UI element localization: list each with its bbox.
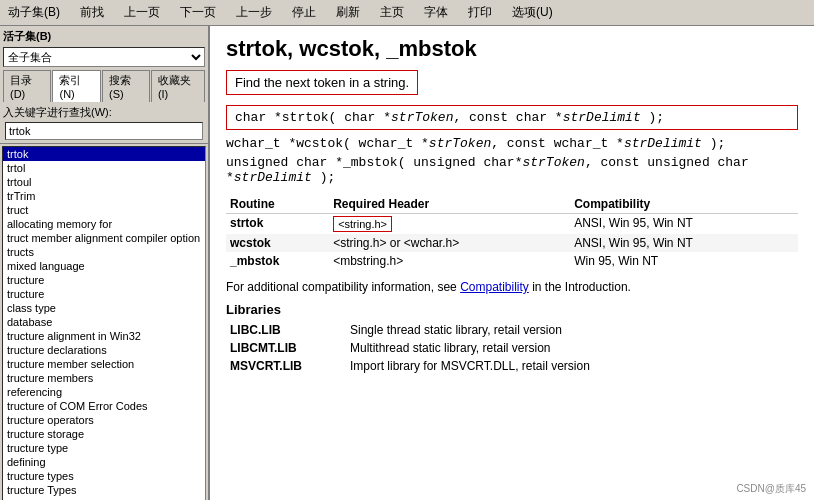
- list-item[interactable]: tructure: [3, 287, 205, 301]
- lib-desc: Single thread static library, retail ver…: [346, 321, 798, 339]
- list-item[interactable]: trtoul: [3, 175, 205, 189]
- list-item[interactable]: tructure operators: [3, 413, 205, 427]
- sig-line-1: char *strtok( char *strToken, const char…: [235, 110, 789, 125]
- right-panel: strtok, wcstok, _mbstok Find the next to…: [210, 26, 814, 500]
- table-cell-routine: strtok: [226, 214, 329, 235]
- col-compat: Compatibility: [570, 195, 798, 214]
- menu-prev-page[interactable]: 上一页: [120, 2, 164, 23]
- menu-stop[interactable]: 停止: [288, 2, 320, 23]
- list-item[interactable]: truct: [3, 203, 205, 217]
- libraries-table: LIBC.LIBSingle thread static library, re…: [226, 321, 798, 375]
- lib-desc: Multithread static library, retail versi…: [346, 339, 798, 357]
- list-item[interactable]: tructure types: [3, 469, 205, 483]
- lib-name: LIBC.LIB: [226, 321, 346, 339]
- lib-name: MSVCRT.LIB: [226, 357, 346, 375]
- left-panel-title: 活子集(B): [3, 29, 205, 44]
- sig-line-3-wrap: unsigned char *_mbstok( unsigned char*st…: [226, 155, 798, 185]
- menu-bar: 动子集(B) 前找 上一页 下一页 上一步 停止 刷新 主页 字体 打印 选项(…: [0, 0, 814, 26]
- list-item[interactable]: tructure member selection: [3, 357, 205, 371]
- menu-find[interactable]: 前找: [76, 2, 108, 23]
- menu-print[interactable]: 打印: [464, 2, 496, 23]
- signature-box: char *strtok( char *strToken, const char…: [226, 105, 798, 130]
- table-cell-header: <mbstring.h>: [329, 252, 570, 270]
- tab-index[interactable]: 索引(N): [52, 70, 100, 102]
- list-item[interactable]: tructure Types: [3, 483, 205, 497]
- list-item[interactable]: mixed language: [3, 259, 205, 273]
- table-cell-compat: Win 95, Win NT: [570, 252, 798, 270]
- list-item[interactable]: tructure storage: [3, 427, 205, 441]
- table-cell-compat: ANSI, Win 95, Win NT: [570, 234, 798, 252]
- list-item[interactable]: tructure alignment in Win32: [3, 329, 205, 343]
- doc-summary: Find the next token in a string.: [226, 70, 418, 95]
- table-cell-header: <string.h> or <wchar.h>: [329, 234, 570, 252]
- menu-font[interactable]: 字体: [420, 2, 452, 23]
- menu-prev-step[interactable]: 上一步: [232, 2, 276, 23]
- table-cell-routine: _mbstok: [226, 252, 329, 270]
- list-item[interactable]: tructure declarations: [3, 343, 205, 357]
- col-header: Required Header: [329, 195, 570, 214]
- list-item[interactable]: trtok: [3, 147, 205, 161]
- list-item[interactable]: database: [3, 315, 205, 329]
- tab-bar: 目录(D) 索引(N) 搜索(S) 收藏夹(I): [3, 70, 205, 102]
- lib-table-row: MSVCRT.LIBImport library for MSVCRT.DLL,…: [226, 357, 798, 375]
- menu-subset[interactable]: 动子集(B): [4, 2, 64, 23]
- doc-title: strtok, wcstok, _mbstok: [226, 36, 798, 62]
- additional-info: For additional compatibility information…: [226, 280, 798, 294]
- tab-favorites[interactable]: 收藏夹(I): [151, 70, 205, 102]
- table-cell-compat: ANSI, Win 95, Win NT: [570, 214, 798, 235]
- list-item[interactable]: tructure of COM Error Codes: [3, 399, 205, 413]
- list-item[interactable]: truct member alignment compiler option: [3, 231, 205, 245]
- list-item[interactable]: tructure: [3, 273, 205, 287]
- libraries-section-header: Libraries: [226, 302, 798, 317]
- left-panel: 活子集(B) 全子集合 目录(D) 索引(N) 搜索(S) 收藏夹(I) 入关键…: [0, 26, 210, 500]
- list-item[interactable]: allocating memory for: [3, 217, 205, 231]
- lib-table-row: LIBCMT.LIBMultithread static library, re…: [226, 339, 798, 357]
- index-list[interactable]: trtoktrtoltrtoultrTrimtructallocating me…: [2, 146, 206, 500]
- list-item[interactable]: tructs: [3, 245, 205, 259]
- main-container: 活子集(B) 全子集合 目录(D) 索引(N) 搜索(S) 收藏夹(I) 入关键…: [0, 26, 814, 500]
- lib-table-row: LIBC.LIBSingle thread static library, re…: [226, 321, 798, 339]
- compat-table: Routine Required Header Compatibility st…: [226, 195, 798, 270]
- list-item[interactable]: tructure type: [3, 441, 205, 455]
- subset-dropdown[interactable]: 全子集合: [3, 47, 205, 67]
- list-item[interactable]: class type: [3, 301, 205, 315]
- compat-link[interactable]: Compatibility: [460, 280, 529, 294]
- menu-home[interactable]: 主页: [376, 2, 408, 23]
- list-item[interactable]: tructure members: [3, 371, 205, 385]
- watermark: CSDN@质库45: [736, 482, 806, 496]
- list-item[interactable]: trTrim: [3, 189, 205, 203]
- table-cell-routine: wcstok: [226, 234, 329, 252]
- menu-next-page[interactable]: 下一页: [176, 2, 220, 23]
- lib-desc: Import library for MSVCRT.DLL, retail ve…: [346, 357, 798, 375]
- table-cell-header: <string.h>: [329, 214, 570, 235]
- tab-contents[interactable]: 目录(D): [3, 70, 51, 102]
- sig-line-2-wrap: wchar_t *wcstok( wchar_t *strToken, cons…: [226, 136, 798, 151]
- list-item[interactable]: defining: [3, 455, 205, 469]
- search-input[interactable]: [5, 122, 203, 140]
- left-panel-header: 活子集(B) 全子集合 目录(D) 索引(N) 搜索(S) 收藏夹(I) 入关键…: [0, 26, 208, 144]
- col-routine: Routine: [226, 195, 329, 214]
- tab-search[interactable]: 搜索(S): [102, 70, 150, 102]
- lib-name: LIBCMT.LIB: [226, 339, 346, 357]
- menu-options[interactable]: 选项(U): [508, 2, 557, 23]
- list-item[interactable]: referencing: [3, 385, 205, 399]
- menu-refresh[interactable]: 刷新: [332, 2, 364, 23]
- search-label: 入关键字进行查找(W):: [3, 105, 205, 120]
- list-item[interactable]: trtol: [3, 161, 205, 175]
